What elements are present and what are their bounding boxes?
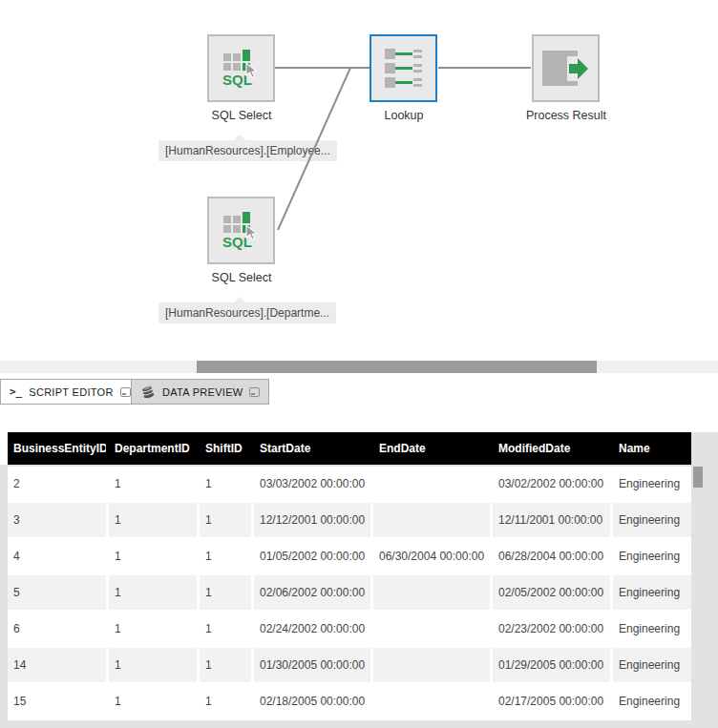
column-header[interactable]: StartDate (254, 432, 370, 465)
vertical-scrollbar-thumb[interactable] (693, 467, 703, 488)
table-cell: 12/11/2001 00:00:00 (493, 503, 610, 537)
table-cell: 1 (200, 612, 251, 646)
table-cell: 5 (8, 575, 106, 610)
table-row[interactable]: 51102/06/2002 00:00:0002/05/2002 00:00:0… (8, 575, 691, 610)
table-cell: 12/12/2001 00:00:00 (254, 503, 370, 537)
tab-label: SCRIPT EDITOR (29, 386, 113, 398)
horizontal-scrollbar-thumb[interactable] (197, 361, 597, 373)
table-cell (373, 648, 490, 682)
table-row[interactable]: 21103/03/2002 00:00:0003/02/2002 00:00:0… (8, 467, 691, 501)
column-header[interactable]: Name (613, 432, 691, 465)
window-icon[interactable] (120, 387, 131, 397)
table-cell: 1 (109, 503, 197, 537)
horizontal-scrollbar[interactable] (0, 361, 718, 373)
table-cell: 01/30/2005 00:00:00 (254, 648, 370, 682)
table-cell: 1 (109, 467, 197, 501)
table-cell: 03/03/2002 00:00:00 (254, 467, 370, 501)
etl-designer-window: [HumanResources].[Employee... [HumanReso… (0, 0, 718, 728)
table-cell: 3 (8, 503, 106, 537)
table-cell: 15 (8, 684, 106, 718)
table-cell: 1 (200, 575, 251, 610)
table-cell: 02/24/2002 00:00:00 (254, 612, 370, 646)
tooltip-arrow (233, 135, 246, 141)
table-cell: 1 (109, 575, 197, 610)
node-lookup[interactable]: Lookup (370, 34, 437, 102)
node-label: Lookup (332, 109, 475, 122)
table-row[interactable]: 151102/18/2005 00:00:0002/17/2005 00:00:… (8, 684, 691, 718)
table-cell: 1 (200, 467, 251, 501)
node-box[interactable]: SQL (207, 197, 275, 264)
table-cell: Engineering (613, 539, 691, 573)
table-cell: 1 (109, 539, 197, 573)
column-header[interactable]: ShiftID (200, 432, 251, 465)
table-cell: 06/30/2004 00:00:00 (373, 539, 490, 573)
table-row[interactable]: 41101/05/2002 00:00:0006/30/2004 00:00:0… (8, 539, 691, 573)
table-cell: 02/18/2005 00:00:00 (254, 684, 370, 718)
table-cell: 4 (8, 539, 106, 573)
node-label: SQL Select (170, 109, 313, 122)
table-cell: 6 (8, 612, 106, 646)
node-process-result[interactable]: Process Result (532, 34, 600, 102)
table-cell: Engineering (613, 612, 691, 646)
table-cell: Engineering (613, 648, 691, 682)
lookup-icon (385, 49, 423, 88)
tooltip-arrow (233, 297, 246, 303)
node-source-tooltip: [HumanResources].[Departme... (158, 302, 336, 323)
tooltip-text: [HumanResources].[Employee... (165, 144, 330, 157)
sql-select-icon: SQL (222, 210, 262, 252)
node-box[interactable] (532, 34, 600, 102)
sql-select-icon: SQL (222, 48, 262, 90)
workflow-canvas[interactable]: [HumanResources].[Employee... [HumanReso… (0, 0, 718, 361)
column-header[interactable]: EndDate (373, 432, 490, 465)
pane-background (691, 432, 718, 465)
table-cell: 1 (200, 503, 251, 537)
node-box[interactable]: SQL (207, 34, 275, 102)
table-cell: 1 (200, 648, 251, 682)
node-source-tooltip: [HumanResources].[Employee... (158, 140, 337, 161)
table-cell: 01/29/2005 00:00:00 (493, 648, 610, 682)
database-icon (140, 385, 156, 399)
tooltip-text: [HumanResources].[Departme... (165, 306, 329, 320)
table-cell: 02/23/2002 00:00:00 (493, 612, 610, 646)
table-cell (373, 612, 490, 646)
window-icon[interactable] (249, 387, 260, 397)
terminal-icon: >_ (10, 385, 22, 398)
table-cell: Engineering (613, 684, 691, 718)
table-cell: Engineering (613, 575, 691, 610)
table-row[interactable]: 31112/12/2001 00:00:0012/11/2001 00:00:0… (8, 503, 691, 537)
table-header: BusinessEntityIDDepartmentIDShiftIDStart… (8, 432, 691, 465)
table-row[interactable]: 61102/24/2002 00:00:0002/23/2002 00:00:0… (8, 612, 691, 646)
table-cell: 1 (200, 539, 251, 573)
tab-data-preview[interactable]: DATA PREVIEW (131, 379, 269, 405)
tab-label: DATA PREVIEW (162, 386, 243, 398)
column-header[interactable]: DepartmentID (109, 432, 197, 465)
table-body: 21103/03/2002 00:00:0003/02/2002 00:00:0… (8, 467, 691, 720)
table-cell: 02/17/2005 00:00:00 (493, 684, 610, 718)
table-cell: 02/05/2002 00:00:00 (493, 575, 610, 610)
table-cell: 01/05/2002 00:00:00 (254, 539, 370, 573)
connection-wires (0, 0, 718, 361)
table-cell: Engineering (613, 467, 691, 501)
table-cell: 02/06/2002 00:00:00 (254, 575, 370, 610)
preview-pane: >_ SCRIPT EDITOR DATA PREVIEW BusinessEn… (0, 379, 718, 728)
table-cell: 1 (109, 648, 197, 682)
process-result-icon (541, 48, 590, 90)
table-cell: Engineering (613, 503, 691, 537)
tab-script-editor[interactable]: >_ SCRIPT EDITOR (0, 379, 140, 405)
node-label: Process Result (495, 109, 638, 122)
node-box-selected[interactable] (370, 34, 437, 102)
node-sql-select-2[interactable]: SQL SQL Select (207, 197, 275, 264)
node-label: SQL Select (170, 271, 313, 284)
table-cell: 14 (8, 648, 106, 682)
column-header[interactable]: BusinessEntityID (8, 432, 106, 465)
table-cell: 06/28/2004 00:00:00 (493, 539, 610, 573)
table-cell: 03/02/2002 00:00:00 (493, 467, 610, 501)
column-header[interactable]: ModifiedDate (493, 432, 610, 465)
table-cell: 1 (109, 684, 197, 718)
table-cell (373, 467, 490, 501)
table-cell: 1 (200, 684, 251, 718)
node-sql-select-1[interactable]: SQL SQL Select (207, 34, 275, 102)
table-cell: 2 (8, 467, 106, 501)
table-row[interactable]: 141101/30/2005 00:00:0001/29/2005 00:00:… (8, 648, 691, 682)
table-cell (373, 503, 490, 537)
